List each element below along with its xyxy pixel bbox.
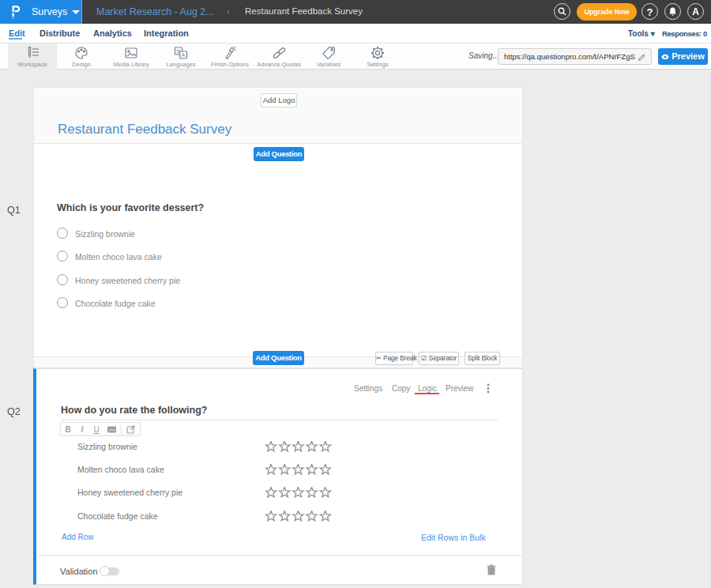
svg-text:文: 文 <box>176 48 181 54</box>
svg-text:B: B <box>65 425 70 434</box>
svg-text:U: U <box>93 425 99 434</box>
svg-text:A: A <box>182 52 186 58</box>
svg-text:I: I <box>81 425 84 434</box>
